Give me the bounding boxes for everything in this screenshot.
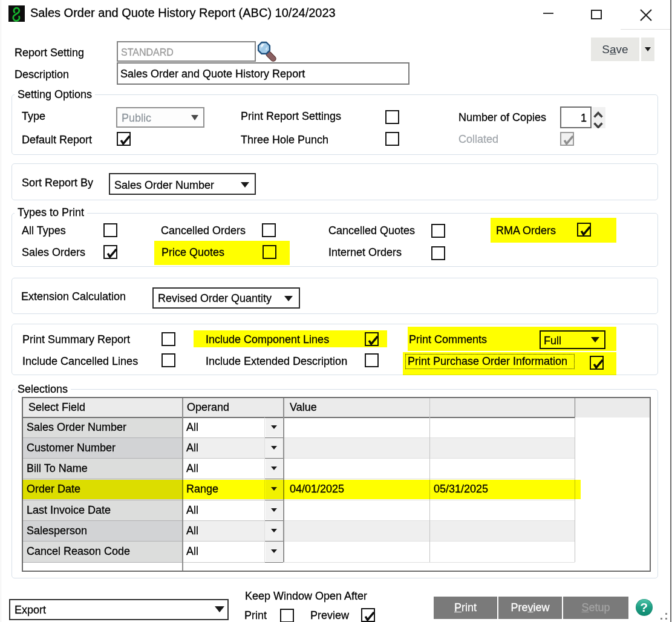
svg-text:?: ? (640, 600, 648, 614)
